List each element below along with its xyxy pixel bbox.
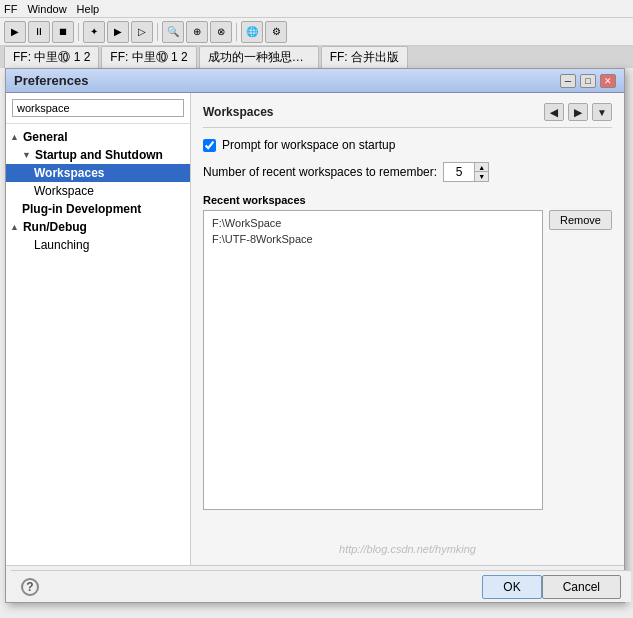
watermark: http://blog.csdn.net/hymking — [203, 543, 612, 555]
title-buttons: ─ □ ✕ — [560, 74, 616, 88]
toolbar: ▶ ⏸ ⏹ ✦ ▶ ▷ 🔍 ⊕ ⊗ 🌐 ⚙ — [0, 18, 633, 46]
panel-nav: ◀ ▶ ▼ — [544, 103, 612, 121]
workspaces-list-area: F:\WorkSpace F:\UTF-8WorkSpace Remove — [203, 210, 612, 535]
prompt-checkbox-row: Prompt for workspace on startup — [203, 138, 612, 152]
search-input[interactable] — [12, 99, 184, 117]
toolbar-btn-8[interactable]: ⊕ — [186, 21, 208, 43]
close-button[interactable]: ✕ — [600, 74, 616, 88]
toolbar-btn-2[interactable]: ⏸ — [28, 21, 50, 43]
cancel-button[interactable]: Cancel — [542, 575, 621, 599]
tree: ▲ General ▼ Startup and Shutdown Workspa… — [6, 124, 190, 565]
prompt-checkbox-label: Prompt for workspace on startup — [222, 138, 395, 152]
toolbar-sep-1 — [78, 23, 79, 41]
list-item-2[interactable]: F:\UTF-8WorkSpace — [208, 231, 538, 247]
tab-bar: FF: 中里⑩ 1 2 FF: 中里⑩ 1 2 成功的一种独思明 1 2 FF:… — [0, 46, 633, 68]
toolbar-btn-7[interactable]: 🔍 — [162, 21, 184, 43]
spinner-up-button[interactable]: ▲ — [474, 163, 488, 172]
toolbar-sep-2 — [157, 23, 158, 41]
right-panel: Workspaces ◀ ▶ ▼ Prompt for workspace on… — [191, 93, 624, 565]
dialog-title: Preferences — [14, 73, 88, 88]
toolbar-btn-10[interactable]: 🌐 — [241, 21, 263, 43]
tab-4[interactable]: FF: 合并出版 — [321, 46, 408, 68]
nav-back-button[interactable]: ◀ — [544, 103, 564, 121]
help-icon[interactable]: ? — [21, 578, 39, 596]
nav-menu-button[interactable]: ▼ — [592, 103, 612, 121]
toolbar-btn-5[interactable]: ▶ — [107, 21, 129, 43]
toolbar-btn-9[interactable]: ⊗ — [210, 21, 232, 43]
search-wrapper — [12, 99, 184, 117]
search-box — [6, 93, 190, 124]
tree-item-rundebug[interactable]: ▲ Run/Debug — [6, 218, 190, 236]
spinner-wrapper: ▲ ▼ — [443, 162, 489, 182]
tab-2[interactable]: FF: 中里⑩ 1 2 — [101, 46, 196, 68]
spinner-buttons: ▲ ▼ — [474, 163, 488, 181]
remove-button[interactable]: Remove — [549, 210, 612, 230]
toolbar-btn-3[interactable]: ⏹ — [52, 21, 74, 43]
maximize-button[interactable]: □ — [580, 74, 596, 88]
recent-count-label: Number of recent workspaces to remember: — [203, 165, 437, 179]
prompt-checkbox[interactable] — [203, 139, 216, 152]
panel-title: Workspaces ◀ ▶ ▼ — [203, 103, 612, 128]
minimize-button[interactable]: ─ — [560, 74, 576, 88]
tree-item-workspaces[interactable]: Workspaces — [6, 164, 190, 182]
recent-count-input[interactable] — [444, 163, 474, 181]
toolbar-btn-4[interactable]: ✦ — [83, 21, 105, 43]
ok-button[interactable]: OK — [482, 575, 541, 599]
workspaces-list-box[interactable]: F:\WorkSpace F:\UTF-8WorkSpace — [203, 210, 543, 510]
recent-section-label: Recent workspaces — [203, 194, 612, 206]
tree-item-general[interactable]: ▲ General — [6, 128, 190, 146]
menu-bar: FF Window Help — [0, 0, 633, 18]
list-item-1[interactable]: F:\WorkSpace — [208, 215, 538, 231]
menu-ff[interactable]: FF — [4, 3, 17, 15]
toolbar-btn-6[interactable]: ▷ — [131, 21, 153, 43]
left-panel: ▲ General ▼ Startup and Shutdown Workspa… — [6, 93, 191, 565]
menu-window[interactable]: Window — [27, 3, 66, 15]
tab-3[interactable]: 成功的一种独思明 1 2 — [199, 46, 319, 68]
tree-label-launching: Launching — [34, 238, 89, 252]
tree-label-startup: Startup and Shutdown — [35, 148, 163, 162]
list-sidebar: Remove — [549, 210, 612, 535]
panel-title-text: Workspaces — [203, 105, 273, 119]
help-bar: ? OK Cancel — [11, 570, 631, 602]
tree-label-workspace: Workspace — [34, 184, 94, 198]
menu-help[interactable]: Help — [77, 3, 100, 15]
tree-item-startup[interactable]: ▼ Startup and Shutdown — [6, 146, 190, 164]
spinner-down-button[interactable]: ▼ — [474, 172, 488, 181]
tab-1[interactable]: FF: 中里⑩ 1 2 — [4, 46, 99, 68]
dialog-body: ▲ General ▼ Startup and Shutdown Workspa… — [6, 93, 624, 565]
dialog-title-bar: Preferences ─ □ ✕ — [6, 69, 624, 93]
tree-label-plugin: Plug-in Development — [22, 202, 141, 216]
arrow-general: ▲ — [10, 132, 19, 142]
tree-item-launching[interactable]: Launching — [6, 236, 190, 254]
spinner-row: Number of recent workspaces to remember:… — [203, 162, 612, 182]
nav-forward-button[interactable]: ▶ — [568, 103, 588, 121]
arrow-rundebug: ▲ — [10, 222, 19, 232]
tree-label-workspaces: Workspaces — [34, 166, 104, 180]
arrow-startup: ▼ — [22, 150, 31, 160]
tree-item-workspace[interactable]: Workspace — [6, 182, 190, 200]
tree-label-general: General — [23, 130, 68, 144]
toolbar-btn-1[interactable]: ▶ — [4, 21, 26, 43]
tree-label-rundebug: Run/Debug — [23, 220, 87, 234]
preferences-dialog: Preferences ─ □ ✕ ▲ General — [5, 68, 625, 603]
toolbar-btn-11[interactable]: ⚙ — [265, 21, 287, 43]
tree-item-plugin[interactable]: Plug-in Development — [6, 200, 190, 218]
toolbar-sep-3 — [236, 23, 237, 41]
